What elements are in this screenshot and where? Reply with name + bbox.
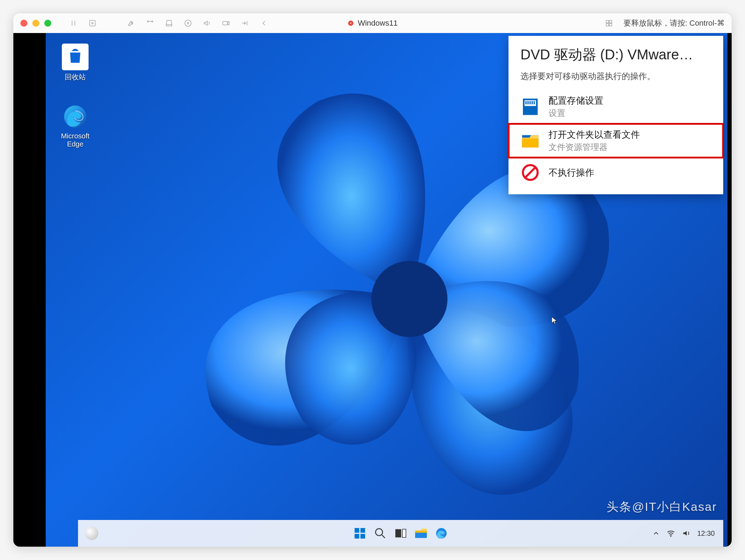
windows-icon[interactable] [604, 19, 614, 28]
start-button[interactable] [352, 525, 368, 541]
no-action-icon [520, 163, 540, 182]
cursor-icon [550, 316, 559, 325]
guest-screen: 回收站 Microsoft Edge DVD 驱动器 (D:) VMware… … [13, 33, 732, 547]
svg-point-2 [185, 20, 191, 26]
folder-icon [520, 131, 540, 151]
autoplay-item-open-folder[interactable]: 打开文件夹以查看文件 文件资源管理器 [508, 124, 723, 158]
task-view-button[interactable] [393, 525, 409, 541]
weather-icon [85, 527, 98, 540]
wrench-icon[interactable] [127, 19, 136, 28]
recycle-bin-label: 回收站 [54, 72, 96, 82]
vm-name-label: Windows11 [358, 19, 398, 28]
svg-rect-19 [533, 101, 535, 104]
autoplay-title: DVD 驱动器 (D:) VMware… [520, 45, 711, 64]
recycle-bin-icon[interactable]: 回收站 [54, 44, 96, 82]
svg-rect-30 [395, 529, 401, 537]
svg-point-35 [670, 536, 671, 537]
disk-icon[interactable] [164, 19, 174, 28]
svg-rect-16 [527, 101, 529, 104]
wifi-icon[interactable] [666, 529, 675, 538]
minimize-button[interactable] [32, 20, 39, 27]
autoplay-item-sub: 文件资源管理器 [549, 142, 640, 153]
autoplay-item-title: 配置存储设置 [549, 95, 603, 107]
svg-line-29 [382, 535, 385, 538]
svg-rect-25 [361, 528, 365, 533]
recycle-icon [66, 48, 84, 66]
svg-rect-26 [355, 534, 359, 539]
svg-rect-17 [530, 101, 531, 104]
autoplay-item-sub: 设置 [549, 108, 603, 119]
svg-point-3 [187, 22, 189, 24]
svg-rect-24 [355, 528, 359, 533]
svg-point-1 [92, 22, 93, 24]
toolbar-left [69, 19, 268, 28]
snapshot-icon[interactable] [88, 19, 97, 28]
vm-window: Windows11 要释放鼠标，请按: Control-⌘ [13, 13, 732, 547]
autoplay-item-storage[interactable]: 配置存储设置 设置 [508, 90, 723, 124]
network-icon[interactable] [240, 19, 250, 28]
mac-titlebar: Windows11 要释放鼠标，请按: Control-⌘ [13, 13, 732, 33]
disc-icon [347, 20, 354, 27]
volume-icon[interactable] [682, 529, 691, 538]
svg-point-6 [350, 22, 351, 24]
svg-rect-4 [223, 21, 227, 25]
svg-rect-7 [606, 20, 609, 23]
taskbar[interactable]: 12:30 [78, 520, 723, 547]
windows-desktop[interactable]: 回收站 Microsoft Edge DVD 驱动器 (D:) VMware… … [46, 33, 727, 547]
svg-point-28 [376, 529, 383, 536]
traffic-lights [20, 20, 51, 27]
autoplay-toast: DVD 驱动器 (D:) VMware… 选择要对可移动驱动器执行的操作。 配置… [508, 36, 723, 194]
system-tray[interactable]: 12:30 [652, 529, 715, 538]
search-button[interactable] [372, 525, 388, 541]
svg-rect-15 [525, 101, 527, 104]
svg-rect-9 [606, 24, 609, 26]
svg-line-23 [525, 168, 535, 177]
svg-rect-0 [90, 20, 95, 26]
zoom-button[interactable] [44, 20, 51, 27]
svg-rect-18 [532, 101, 533, 104]
camera-icon[interactable] [221, 19, 231, 28]
taskbar-widgets[interactable] [85, 527, 98, 540]
autoplay-item-title: 打开文件夹以查看文件 [549, 129, 640, 141]
edge-label-2: Edge [54, 140, 96, 148]
clock[interactable]: 12:30 [697, 529, 715, 538]
svg-rect-10 [609, 24, 612, 26]
pause-icon[interactable] [69, 19, 78, 28]
autoplay-item-no-action[interactable]: 不执行操作 [508, 158, 723, 187]
edge-button[interactable] [433, 525, 449, 541]
svg-rect-31 [402, 529, 406, 537]
explorer-button[interactable] [413, 525, 429, 541]
svg-rect-27 [361, 534, 365, 539]
sd-card-icon [520, 97, 540, 117]
edge-label-1: Microsoft [54, 132, 96, 140]
svg-rect-33 [415, 531, 427, 533]
svg-point-11 [371, 261, 448, 337]
toolbar-right: 要释放鼠标，请按: Control-⌘ [604, 18, 725, 28]
back-icon[interactable] [259, 19, 268, 28]
close-button[interactable] [20, 20, 27, 27]
sound-icon[interactable] [202, 19, 212, 28]
release-hint: 要释放鼠标，请按: Control-⌘ [623, 18, 725, 28]
cd-icon[interactable] [183, 19, 193, 28]
autoplay-item-title: 不执行操作 [549, 167, 594, 179]
resize-icon[interactable] [145, 19, 155, 28]
vm-title: Windows11 [347, 19, 398, 28]
svg-rect-8 [609, 20, 612, 23]
edge-icon[interactable]: Microsoft Edge [54, 103, 96, 148]
edge-logo-icon [62, 103, 89, 130]
svg-rect-21 [522, 138, 539, 148]
watermark: 头条@IT小白Kasar [607, 499, 717, 515]
chevron-up-icon[interactable] [652, 529, 660, 537]
autoplay-subtitle: 选择要对可移动驱动器执行的操作。 [520, 71, 711, 82]
